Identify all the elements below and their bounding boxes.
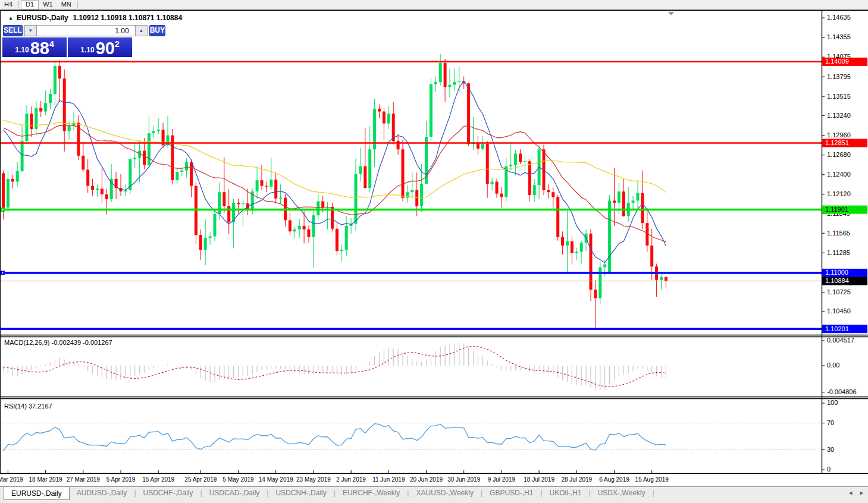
sell-price-prefix: 1.10 — [15, 46, 29, 54]
svg-text:1.11285: 1.11285 — [827, 249, 850, 256]
tab-separator: | — [653, 487, 654, 497]
chart-ohlc-values: 1.10912 1.10918 1.10871 1.10884 — [73, 14, 183, 22]
toolbar-separator — [77, 1, 78, 8]
buy-price-pip: 2 — [115, 39, 120, 49]
sell-price-pip: 4 — [49, 39, 54, 49]
tab-audusd-daily[interactable]: AUDUSD-,Daily — [70, 487, 134, 499]
tab-eurchf-weekly[interactable]: EURCHF-,Weekly — [336, 487, 407, 499]
tab-scroll-arrows: ◄ ► — [848, 490, 864, 496]
buy-button[interactable]: BUY — [149, 25, 165, 36]
svg-text:0.004517: 0.004517 — [827, 337, 854, 344]
symbol-tab-bar: EURUSD-,DailyAUDUSD-,Daily|USDCHF-,Daily… — [0, 486, 868, 503]
tab-xauusd-weekly[interactable]: XAUUSD-,Weekly — [409, 487, 480, 499]
svg-text:1.14009: 1.14009 — [825, 58, 849, 65]
date-label: 2 Jun 2019 — [336, 476, 366, 483]
buy-price-prefix: 1.10 — [80, 46, 94, 54]
one-click-trading-panel: SELL ▼ ▲ BUY 1.10884 1.10902 — [2, 24, 133, 57]
svg-text:1.10201: 1.10201 — [825, 325, 849, 332]
timeframe-button-d1[interactable]: D1 — [21, 0, 39, 10]
date-label: 5 Apr 2019 — [106, 476, 135, 483]
sell-button[interactable]: SELL — [3, 25, 23, 36]
rsi-indicator-label: RSI(14) 37.2167 — [4, 403, 52, 410]
svg-text:1.14635: 1.14635 — [827, 14, 851, 21]
volume-increase-icon[interactable]: ▲ — [135, 25, 148, 36]
svg-text:30: 30 — [827, 446, 834, 453]
date-label: 11 Jun 2019 — [372, 476, 405, 483]
collapse-chart-icon[interactable]: ▲ — [8, 15, 13, 21]
tab-ukoil-h1[interactable]: UKOil-,H1 — [543, 487, 589, 499]
toolbar-separator — [18, 1, 19, 8]
svg-text:0.00: 0.00 — [827, 361, 839, 369]
date-label: 23 May 2019 — [296, 476, 331, 483]
timeframe-button-w1[interactable]: W1 — [39, 0, 57, 10]
svg-text:1.12400: 1.12400 — [827, 171, 851, 178]
volume-input[interactable] — [37, 25, 135, 36]
timeframe-button-mn[interactable]: MN — [57, 0, 76, 10]
date-label: 5 May 2019 — [223, 476, 253, 483]
svg-text:1.13515: 1.13515 — [827, 93, 851, 100]
tab-scroll-right-icon[interactable]: ► — [859, 490, 864, 496]
date-label: 18 Mar 2019 — [29, 476, 62, 483]
date-label: 15 Apr 2019 — [142, 476, 174, 483]
date-label: 28 Jul 2019 — [561, 476, 592, 483]
tab-scroll-left-icon[interactable]: ◄ — [848, 490, 853, 496]
svg-text:1.12960: 1.12960 — [827, 131, 851, 139]
macd-indicator-label: MACD(12,26,9) -0.002439 -0.001267 — [4, 339, 112, 346]
date-label: 25 Apr 2019 — [184, 476, 217, 483]
buy-price-big: 90 — [96, 40, 115, 56]
terminal-window: H4D1W1MN 1.146351.143551.140751.137951.1… — [0, 0, 868, 503]
date-label: 14 May 2019 — [259, 476, 293, 483]
svg-text:1.11565: 1.11565 — [827, 230, 850, 237]
tab-usdx-weekly[interactable]: USDX-,Weekly — [591, 487, 653, 499]
svg-text:1.12120: 1.12120 — [827, 190, 851, 197]
svg-text:-0.004806: -0.004806 — [827, 388, 857, 395]
date-label: 15 Aug 2019 — [635, 476, 669, 483]
svg-text:70: 70 — [827, 419, 834, 426]
date-label: 20 Jun 2019 — [410, 476, 443, 483]
tab-eurusd-daily[interactable]: EURUSD-,Daily — [4, 487, 70, 500]
svg-text:100: 100 — [827, 399, 838, 406]
tab-gbpusd-h1[interactable]: GBPUSD-,H1 — [482, 487, 540, 499]
chart-symbol-title: EURUSD-,Daily — [17, 14, 68, 22]
timeframe-toolbar: H4D1W1MN — [0, 0, 868, 10]
svg-text:1.13795: 1.13795 — [827, 73, 851, 80]
svg-text:1.10884: 1.10884 — [825, 277, 849, 284]
volume-decrease-icon[interactable]: ▼ — [24, 25, 37, 36]
date-label: 27 Mar 2019 — [67, 476, 100, 483]
date-label: 8 Mar 2019 — [0, 476, 23, 483]
svg-text:1.11901: 1.11901 — [825, 206, 848, 213]
chart-header: ▲EURUSD-,Daily1.10912 1.10918 1.10871 1.… — [8, 14, 182, 22]
sell-quote-button[interactable]: 1.10884 — [2, 37, 67, 57]
svg-text:1.13240: 1.13240 — [827, 112, 851, 119]
svg-text:0: 0 — [827, 466, 831, 473]
svg-text:1.10725: 1.10725 — [827, 288, 851, 295]
tab-usdchf-daily[interactable]: USDCHF-,Daily — [136, 487, 200, 499]
timeframe-button-h4[interactable]: H4 — [0, 0, 17, 10]
buy-quote-button[interactable]: 1.10902 — [68, 37, 132, 57]
svg-text:1.10450: 1.10450 — [827, 307, 851, 315]
date-label: 9 Jul 2019 — [488, 476, 515, 483]
volume-stepper: ▼ ▲ — [24, 25, 148, 36]
tab-usdcad-daily[interactable]: USDCAD-,Daily — [202, 487, 267, 499]
date-label: 18 Jul 2019 — [524, 476, 554, 483]
sell-price-big: 88 — [30, 40, 49, 56]
svg-text:1.11000: 1.11000 — [825, 269, 848, 276]
svg-text:1.14355: 1.14355 — [827, 33, 851, 40]
date-axis: 8 Mar 201918 Mar 201927 Mar 20195 Apr 20… — [0, 474, 868, 486]
price-chart-canvas[interactable]: 1.146351.143551.140751.137951.135151.132… — [0, 10, 868, 474]
tab-usdcnh-daily[interactable]: USDCNH-,Daily — [268, 487, 333, 499]
svg-text:1.12851: 1.12851 — [825, 139, 849, 146]
date-label: 6 Aug 2019 — [599, 476, 629, 483]
date-label: 30 Jun 2019 — [447, 476, 480, 483]
svg-text:1.12680: 1.12680 — [827, 151, 851, 158]
